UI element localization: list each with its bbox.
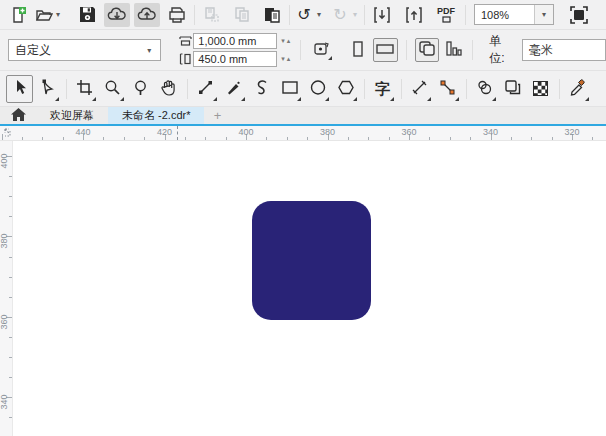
- tool-rectangle[interactable]: [276, 75, 303, 103]
- tool-shape[interactable]: [34, 75, 61, 103]
- horizontal-ruler[interactable]: 440420400380360340320: [0, 126, 606, 141]
- tool-two-point-line[interactable]: [192, 75, 219, 103]
- page-height-icon: [177, 53, 193, 65]
- page-width-field[interactable]: 1,000.0 mm: [193, 33, 277, 49]
- tool-color-eyedropper[interactable]: [564, 75, 591, 103]
- autofit-page-button[interactable]: [309, 38, 333, 62]
- new-document-button[interactable]: [6, 3, 32, 27]
- tool-zoom-out[interactable]: [127, 75, 154, 103]
- redo-button: ↻: [330, 3, 350, 27]
- flyout-indicator: [120, 97, 124, 101]
- drop-shadow-tool-icon: [476, 79, 494, 99]
- toolbar-separator: [401, 79, 402, 99]
- open-button[interactable]: ▾: [32, 3, 66, 27]
- page-preset-combo[interactable]: 自定义 ▾: [8, 39, 161, 61]
- zoom-out-tool-icon: [132, 79, 149, 99]
- flyout-indicator: [492, 97, 496, 101]
- apply-all-pages-button[interactable]: [415, 38, 439, 62]
- home-tab-button[interactable]: [0, 107, 36, 124]
- text-tool-icon: 字: [375, 81, 390, 96]
- eyedropper-icon: [569, 78, 586, 99]
- publish-pdf-button[interactable]: PDF: [431, 3, 461, 27]
- units-combo[interactable]: 毫米: [522, 39, 606, 61]
- flyout-indicator: [92, 97, 96, 101]
- fullscreen-button[interactable]: [566, 3, 592, 27]
- toolbar-separator: [364, 5, 365, 25]
- page-size-group: 1,000.0 mm ▾▴ 450.0 mm ▾▴: [177, 33, 292, 67]
- two-point-line-icon: [197, 79, 214, 99]
- zoom-level-dropdown[interactable]: ▾: [534, 5, 553, 24]
- ruler-tick: [348, 137, 349, 140]
- vertical-ruler[interactable]: 400380360340: [0, 141, 13, 436]
- tool-zoom[interactable]: [99, 75, 126, 103]
- drawing-canvas[interactable]: 400380360340: [0, 141, 606, 436]
- tool-crop[interactable]: [71, 75, 98, 103]
- tool-curve[interactable]: [248, 75, 275, 103]
- ruler-label: 420: [157, 127, 172, 137]
- curve-tool-icon: [254, 79, 270, 99]
- ruler-label: 340: [483, 127, 498, 137]
- import-button[interactable]: [369, 3, 395, 27]
- tab-label: 未命名 -2.cdr*: [122, 108, 190, 123]
- undo-dropdown-caret[interactable]: ▾: [314, 10, 324, 19]
- undo-button[interactable]: ↺: [294, 3, 314, 27]
- export-button[interactable]: [401, 3, 427, 27]
- toolbox: 字: [0, 71, 606, 107]
- ruler-tick: [450, 137, 451, 140]
- save-button[interactable]: [74, 3, 100, 27]
- ruler-tick: [9, 216, 12, 217]
- page-preset-value: 自定义: [15, 42, 51, 59]
- new-tab-button[interactable]: +: [204, 107, 230, 124]
- export-icon: [405, 6, 423, 24]
- toolbar-separator: [465, 5, 466, 25]
- zoom-level-combo[interactable]: 108% ▾: [474, 4, 554, 25]
- page-height-field[interactable]: 450.0 mm: [193, 51, 277, 67]
- standard-toolbar: ▾ ↺ ▾ ↻ ▾ PDF 108% ▾: [0, 0, 606, 30]
- cloud-upload-button[interactable]: [134, 3, 160, 27]
- polygon-tool-icon: [337, 79, 355, 99]
- home-icon: [11, 108, 26, 124]
- cloud-download-button[interactable]: [104, 3, 130, 27]
- flyout-indicator: [297, 97, 301, 101]
- flyout-indicator: [455, 97, 459, 101]
- tool-artistic-media[interactable]: [220, 75, 247, 103]
- tab-label: 欢迎屏幕: [50, 108, 94, 123]
- tool-connector[interactable]: [434, 75, 461, 103]
- paste-button[interactable]: [259, 3, 285, 27]
- tool-drop-shadow[interactable]: [471, 75, 498, 103]
- tool-pick[interactable]: [6, 75, 33, 103]
- tab-welcome-screen[interactable]: 欢迎屏幕: [36, 107, 108, 124]
- tool-mesh-fill[interactable]: [527, 75, 554, 103]
- artistic-media-icon: [225, 79, 242, 99]
- ruler-label: 360: [401, 127, 416, 137]
- ruler-label: 320: [564, 127, 579, 137]
- tool-text[interactable]: 字: [369, 75, 396, 103]
- tab-document[interactable]: 未命名 -2.cdr*: [108, 107, 204, 124]
- ruler-tick: [9, 176, 12, 177]
- units-value: 毫米: [529, 42, 553, 59]
- ruler-tick: [185, 137, 186, 140]
- connector-tool-icon: [439, 79, 456, 99]
- import-icon: [373, 6, 391, 24]
- open-dropdown-caret[interactable]: ▾: [53, 10, 63, 19]
- tool-transparency[interactable]: [499, 75, 526, 103]
- redo-dropdown-caret: ▾: [350, 10, 360, 19]
- tool-polygon[interactable]: [332, 75, 359, 103]
- zoom-level-value: 108%: [475, 9, 534, 21]
- portrait-button[interactable]: [346, 38, 370, 62]
- page-width-spinner[interactable]: ▾▴: [281, 37, 292, 45]
- ruler-tick: [103, 137, 104, 140]
- landscape-button[interactable]: [373, 38, 397, 62]
- transparency-tool-icon: [504, 79, 522, 99]
- page-height-spinner[interactable]: ▾▴: [281, 55, 292, 63]
- tool-ellipse[interactable]: [304, 75, 331, 103]
- flyout-indicator: [390, 97, 394, 101]
- toolbar-separator: [300, 40, 301, 60]
- rounded-square-shape[interactable]: [252, 201, 371, 320]
- tool-pan[interactable]: [155, 75, 182, 103]
- print-button[interactable]: [164, 3, 190, 27]
- page-dimensions-button[interactable]: [442, 38, 466, 62]
- tool-dimension[interactable]: [406, 75, 433, 103]
- flyout-indicator: [353, 97, 357, 101]
- ruler-tick: [2, 134, 3, 140]
